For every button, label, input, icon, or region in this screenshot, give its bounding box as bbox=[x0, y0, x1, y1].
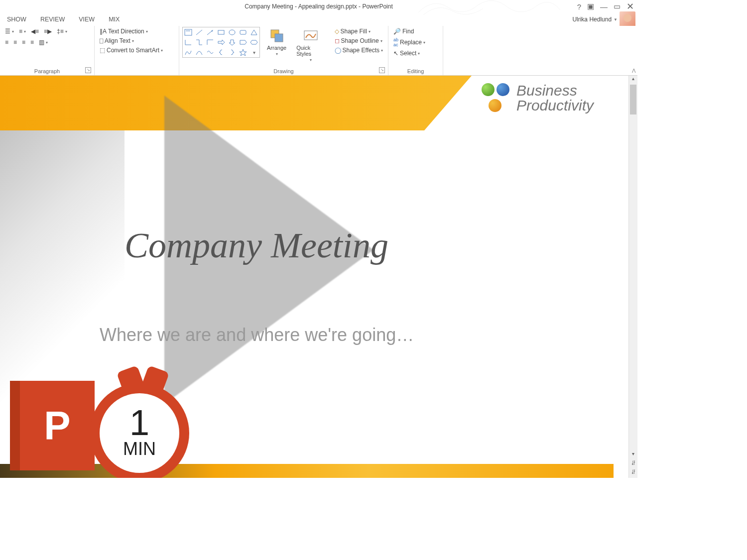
svg-marker-12 bbox=[250, 40, 257, 44]
replace-button[interactable]: abacReplace▾ bbox=[391, 36, 427, 48]
quick-styles-button[interactable]: Quick Styles▾ bbox=[293, 27, 328, 63]
svg-marker-8 bbox=[251, 30, 257, 35]
dialog-launcher-paragraph[interactable]: ↘ bbox=[85, 67, 91, 73]
group-label-editing: Editing bbox=[391, 67, 440, 75]
powerpoint-badge: P 1 MIN bbox=[20, 368, 189, 478]
avatar[interactable] bbox=[620, 11, 635, 27]
help-icon[interactable]: ? bbox=[576, 2, 583, 11]
shape-curve-icon[interactable] bbox=[183, 47, 194, 57]
group-label-drawing: Drawing bbox=[182, 67, 385, 75]
arrange-icon bbox=[269, 28, 285, 44]
shape-arrow-line-icon[interactable] bbox=[205, 27, 216, 37]
tab-review[interactable]: REVIEW bbox=[33, 16, 72, 23]
svg-marker-13 bbox=[240, 49, 247, 56]
chevron-down-icon[interactable]: ▼ bbox=[614, 17, 618, 22]
close-icon[interactable]: ✕ bbox=[625, 1, 635, 12]
text-direction-button[interactable]: ‖AText Direction▾ bbox=[98, 27, 165, 36]
dialog-launcher-drawing[interactable]: ↘ bbox=[379, 67, 385, 73]
align-text-icon: ⎕ bbox=[100, 37, 103, 44]
scrollbar-thumb[interactable] bbox=[630, 85, 636, 114]
align-text-button[interactable]: ⎕Align Text▾ bbox=[98, 36, 165, 45]
timer-unit: MIN bbox=[123, 439, 156, 459]
find-button[interactable]: 🔎Find bbox=[391, 27, 427, 36]
shape-rounded-rect-icon[interactable] bbox=[238, 27, 249, 37]
shape-connector-elbow-arrow-icon[interactable] bbox=[194, 37, 205, 47]
smartart-icon: ⬚ bbox=[100, 47, 105, 54]
svg-line-2 bbox=[196, 30, 202, 35]
ribbon-options-icon[interactable]: ▣ bbox=[586, 2, 596, 11]
shape-pentagon-icon[interactable] bbox=[238, 37, 249, 47]
justify-button[interactable]: ≡ bbox=[28, 38, 36, 47]
minimize-icon[interactable]: — bbox=[599, 2, 609, 11]
convert-smartart-button[interactable]: ⬚Convert to SmartArt▾ bbox=[98, 46, 165, 55]
scroll-down-icon[interactable]: ▾ bbox=[629, 451, 637, 460]
shape-oval-icon[interactable] bbox=[227, 27, 238, 37]
svg-rect-5 bbox=[218, 30, 224, 34]
shape-star-icon[interactable] bbox=[238, 47, 249, 57]
replace-icon: abac bbox=[393, 37, 398, 47]
prev-slide-icon[interactable]: ⭿ bbox=[629, 460, 637, 469]
svg-marker-9 bbox=[218, 40, 225, 45]
window-title: Company Meeting - Appealing design.pptx … bbox=[245, 3, 393, 10]
svg-point-6 bbox=[229, 30, 235, 35]
shape-arrow-right-icon[interactable] bbox=[216, 37, 227, 47]
shape-wave-icon[interactable] bbox=[205, 47, 216, 57]
bucket-icon: ◇ bbox=[335, 28, 339, 35]
shape-textbox-icon[interactable] bbox=[183, 27, 194, 37]
timer-badge: 1 MIN bbox=[90, 368, 189, 478]
find-icon: 🔎 bbox=[393, 28, 401, 35]
line-spacing-button[interactable]: ‡≡▾ bbox=[55, 27, 69, 36]
shape-more-icon[interactable]: ▾ bbox=[249, 47, 259, 57]
svg-rect-0 bbox=[185, 29, 192, 35]
shape-arc-icon[interactable] bbox=[194, 47, 205, 57]
brand-line2: Productivity bbox=[516, 98, 594, 113]
arrange-button[interactable]: Arrange▾ bbox=[264, 27, 289, 57]
shape-rectangle-icon[interactable] bbox=[216, 27, 227, 37]
slide-subtitle[interactable]: Where we are and where we're going… bbox=[100, 325, 414, 345]
tab-view[interactable]: VIEW bbox=[72, 16, 102, 23]
outline-icon: ◻ bbox=[335, 37, 340, 44]
slide[interactable]: Business Productivity Company Meeting Wh… bbox=[0, 76, 614, 478]
collapse-ribbon-icon[interactable]: ᐱ bbox=[632, 68, 636, 74]
align-center-button[interactable]: ≡ bbox=[11, 38, 19, 47]
columns-button[interactable]: ▥▾ bbox=[37, 38, 50, 47]
bullets-button[interactable]: ☰▾ bbox=[3, 27, 16, 36]
numbering-button[interactable]: ≡▾ bbox=[17, 27, 28, 36]
vertical-scrollbar[interactable]: ▴ ▾ ⭿ ⭿ bbox=[628, 76, 637, 478]
scroll-up-icon[interactable]: ▴ bbox=[629, 76, 637, 85]
brand-line1: Business bbox=[516, 83, 594, 98]
decrease-indent-button[interactable]: ◀≡ bbox=[29, 27, 41, 36]
timer-number: 1 bbox=[129, 407, 149, 439]
tab-show[interactable]: SHOW bbox=[0, 16, 33, 23]
align-left-button[interactable]: ≡ bbox=[3, 38, 10, 47]
increase-indent-button[interactable]: ≡▶ bbox=[42, 27, 54, 36]
shape-line-icon[interactable] bbox=[194, 27, 205, 37]
align-right-button[interactable]: ≡ bbox=[20, 38, 27, 47]
svg-rect-7 bbox=[240, 30, 246, 34]
select-button[interactable]: ↖Select▾ bbox=[391, 49, 427, 58]
next-slide-icon[interactable]: ⭿ bbox=[629, 469, 637, 478]
shape-fill-button[interactable]: ◇Shape Fill▾ bbox=[333, 27, 385, 36]
slide-canvas-area: Business Productivity Company Meeting Wh… bbox=[0, 76, 637, 478]
shape-outline-button[interactable]: ◻Shape Outline▾ bbox=[333, 36, 385, 45]
shape-connector-elbow-icon[interactable] bbox=[183, 37, 194, 47]
tab-mix[interactable]: MIX bbox=[102, 16, 126, 23]
shape-brace-right-icon[interactable] bbox=[227, 47, 238, 57]
user-name[interactable]: Ulrika Hedlund bbox=[572, 16, 612, 23]
quick-styles-icon bbox=[303, 28, 319, 44]
shape-brace-left-icon[interactable] bbox=[216, 47, 227, 57]
shape-effects-button[interactable]: ◯Shape Effects▾ bbox=[333, 46, 385, 55]
shape-arrow-down-icon[interactable] bbox=[227, 37, 238, 47]
slide-title[interactable]: Company Meeting bbox=[124, 225, 388, 266]
shape-connector-l-icon[interactable] bbox=[205, 37, 216, 47]
svg-rect-15 bbox=[275, 34, 283, 42]
effects-icon: ◯ bbox=[335, 47, 341, 54]
shape-triangle-icon[interactable] bbox=[249, 27, 259, 37]
ribbon-tabs: SHOW REVIEW VIEW MIX Ulrika Hedlund ▼ bbox=[0, 13, 637, 26]
shapes-gallery[interactable]: ▾ bbox=[182, 27, 260, 58]
powerpoint-icon: P bbox=[20, 381, 95, 470]
select-icon: ↖ bbox=[393, 50, 398, 57]
svg-marker-11 bbox=[240, 40, 247, 44]
shape-hexagon-icon[interactable] bbox=[249, 37, 259, 47]
restore-icon[interactable]: ▭ bbox=[612, 2, 622, 11]
